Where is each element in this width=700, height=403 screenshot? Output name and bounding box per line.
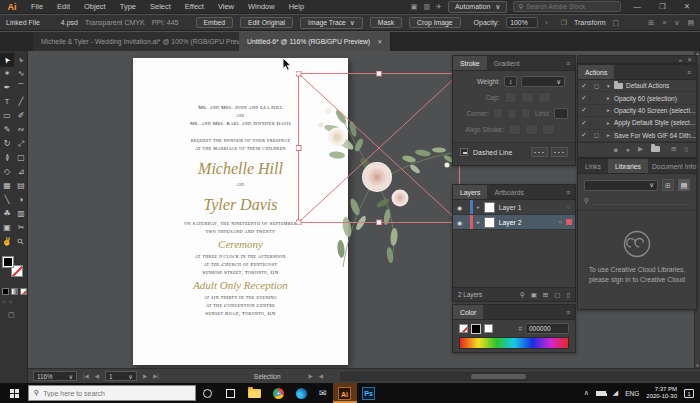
tab-wedding-invitation[interactable]: Michelle & Tyler - Wedding Invitation.ai… [33, 32, 273, 51]
delete-layer-icon[interactable]: ▯ [566, 291, 570, 299]
tab-untitled-6[interactable]: Untitled-6* @ 116% (RGB/GPU Preview) ✕ [239, 32, 391, 51]
fullscreen-icon[interactable]: ⊞ [648, 19, 654, 27]
grid-view-icon[interactable]: ⊞ [662, 179, 674, 191]
adobe-stock-search[interactable]: ⚲ [513, 1, 621, 12]
close-panel-group-icon[interactable]: ✕ [687, 56, 692, 63]
projecting-cap-button[interactable] [538, 92, 551, 103]
linked-file-label[interactable]: Linked File [6, 19, 40, 26]
file-explorer-icon[interactable] [248, 389, 261, 398]
graph-tool[interactable]: ▥ [14, 207, 28, 221]
status-collapse-icon[interactable]: ◀ [319, 373, 323, 379]
restore-button[interactable]: ❐ [653, 2, 672, 11]
play-selection-icon[interactable]: ▶ [638, 145, 643, 153]
make-mask-icon[interactable]: ▣ [531, 291, 537, 299]
layer-name[interactable]: Layer 2 [499, 219, 522, 226]
fill-swatch[interactable] [2, 256, 14, 268]
action-row[interactable]: ✓ ▸ Apply Default Style (select... [578, 117, 696, 129]
align-outside-button[interactable] [542, 124, 555, 135]
eyedropper-tool[interactable]: ╲ [0, 193, 14, 207]
minimize-button[interactable]: — [627, 2, 647, 11]
bounding-box-icon[interactable]: ❐ [561, 19, 567, 27]
weight-dropdown[interactable]: ∨ [521, 76, 565, 87]
toggle-check-icon[interactable]: ✓ [578, 131, 591, 139]
layer-row-1[interactable]: ◉ ▸ Layer 1 ○ [453, 200, 575, 215]
stop-playing-icon[interactable]: ■ [614, 146, 618, 153]
limit-field[interactable] [554, 108, 568, 119]
pen-tool[interactable]: ✒ [0, 81, 14, 95]
zoom-level-dropdown[interactable]: 116% ∨ [33, 371, 77, 381]
tab-libraries[interactable]: Libraries [608, 159, 648, 173]
dialog-toggle-icon[interactable]: ▢ [591, 83, 603, 89]
horizontal-scrollbar-thumb[interactable] [471, 374, 526, 379]
expand-triangle-icon[interactable]: ▸ [603, 107, 614, 113]
toggle-check-icon[interactable]: ✓ [578, 82, 591, 90]
network-icon[interactable]: ◢ [613, 389, 618, 397]
tab-artboards[interactable]: Artboards [487, 185, 530, 199]
library-select-dropdown[interactable]: ∨ [584, 180, 658, 191]
color-mode-button[interactable] [2, 288, 9, 295]
action-row-default-actions[interactable]: ✓ ▢ ▾ Default Actions [578, 80, 696, 92]
free-transform-tool[interactable]: ▢ [14, 151, 28, 165]
draw-behind-icon[interactable]: ○ [9, 299, 13, 305]
none-mode-button[interactable] [20, 288, 27, 295]
chrome-icon[interactable] [273, 388, 284, 399]
search-icon[interactable]: ⚲ [584, 197, 589, 205]
shape-builder-tool[interactable]: ◇ [0, 165, 14, 179]
crop-image-button[interactable]: Crop Image [409, 17, 461, 28]
panel-strip-icon[interactable]: ▤ [687, 19, 694, 27]
chevron-down-icon[interactable]: ∨ [350, 19, 355, 27]
menu-item-window[interactable]: Window [241, 2, 282, 11]
blend-tool[interactable]: ◑ [14, 193, 28, 207]
next-artboard-icon[interactable]: ▶ [143, 373, 147, 379]
collapse-panels-icon[interactable]: « [679, 57, 682, 63]
illustrator-taskbar-icon[interactable]: Ai [333, 383, 357, 403]
line-segment-tool[interactable]: ╱ [14, 95, 28, 109]
panel-menu-icon[interactable]: ≡ [561, 185, 575, 199]
close-button[interactable]: ✕ [678, 2, 696, 11]
gradient-tool[interactable]: ▤ [14, 179, 28, 193]
tab-actions[interactable]: Actions [578, 65, 614, 79]
expand-triangle-icon[interactable]: ▸ [603, 120, 614, 126]
expand-triangle-icon[interactable]: ▸ [603, 95, 614, 101]
target-circle-icon[interactable]: ○ [566, 204, 575, 210]
artboard-tool[interactable]: ▣ [0, 221, 14, 235]
app-home-icon[interactable]: ▣ [411, 3, 418, 11]
tab-layers[interactable]: Layers [453, 185, 487, 199]
selection-bounding-box[interactable] [296, 71, 462, 225]
lasso-tool[interactable]: ∿ [14, 67, 28, 81]
slice-tool[interactable]: ✂ [14, 221, 28, 235]
tab-gradient[interactable]: Gradient [487, 56, 527, 70]
embed-button[interactable]: Embed [196, 17, 234, 28]
tab-stroke[interactable]: Stroke [453, 56, 487, 70]
expand-triangle-icon[interactable]: ▸ [477, 204, 480, 210]
curvature-tool[interactable]: ⌒ [14, 81, 28, 95]
start-button[interactable] [0, 383, 28, 403]
butt-cap-button[interactable] [504, 92, 517, 103]
mesh-tool[interactable]: ▦ [0, 179, 14, 193]
layer-thumbnail[interactable] [484, 202, 495, 213]
dashed-line-checkbox[interactable] [460, 148, 468, 156]
cc-signin-link[interactable]: please sign in to Creative Cloud [578, 275, 696, 285]
taskbar-search-input[interactable] [43, 390, 190, 397]
panel-menu-icon[interactable]: ≡ [682, 65, 696, 79]
pencil-tool[interactable]: ✎ [0, 123, 14, 137]
layer-thumbnail[interactable] [484, 217, 495, 228]
mask-button[interactable]: Mask [370, 17, 402, 28]
edit-original-button[interactable]: Edit Original [240, 17, 293, 28]
visibility-eye-icon[interactable]: ◉ [453, 204, 466, 211]
menu-item-object[interactable]: Object [77, 2, 113, 11]
round-join-button[interactable] [507, 108, 517, 119]
list-view-icon[interactable]: ▤ [678, 179, 690, 191]
toggle-check-icon[interactable]: ✓ [578, 94, 591, 102]
menu-item-view[interactable]: View [211, 2, 241, 11]
menu-item-file[interactable]: File [24, 2, 50, 11]
share-icon[interactable]: ✈ [436, 3, 442, 11]
none-color-swatch[interactable] [459, 324, 468, 333]
align-options-icon[interactable]: ▢ [613, 19, 620, 27]
layer-row-2[interactable]: ◉ ▸ Layer 2 ○ [453, 215, 575, 230]
action-row[interactable]: ✓ ▢ ▸ Save For Web GIF 64 Dith... [578, 130, 696, 142]
rotate-tool[interactable]: ↻ [0, 137, 14, 151]
direct-selection-tool[interactable]: ➣ [14, 53, 28, 67]
dash-gap-button[interactable] [551, 147, 568, 157]
panel-menu-icon[interactable]: ≡ [561, 56, 575, 70]
